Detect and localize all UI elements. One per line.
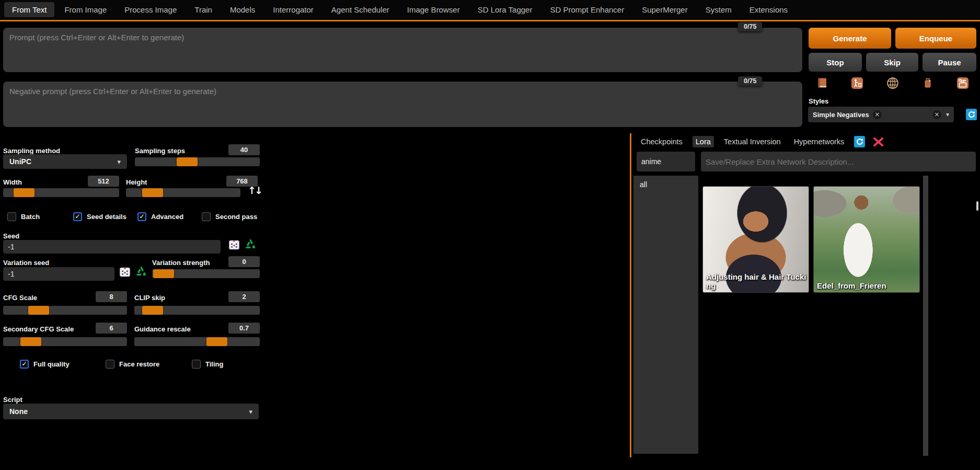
prompt-tools-row <box>815 76 970 90</box>
styles-refresh-button[interactable] <box>966 109 977 120</box>
generate-button[interactable]: Generate <box>809 28 891 49</box>
sampling-steps-slider[interactable] <box>135 157 260 166</box>
left-luggage-button[interactable] <box>956 76 970 90</box>
litter-bin-button[interactable] <box>850 76 864 90</box>
secondary-cfg-value[interactable]: 6 <box>96 323 127 334</box>
checkbox-box <box>192 360 201 369</box>
luggage-button[interactable] <box>921 76 935 90</box>
tab-supermerger[interactable]: SuperMerger <box>634 2 696 17</box>
left-luggage-icon <box>956 76 970 90</box>
networks-close-icon[interactable] <box>871 136 886 147</box>
guidance-rescale-value[interactable]: 0.7 <box>228 323 260 334</box>
width-slider[interactable] <box>3 188 119 197</box>
networks-search-input[interactable] <box>637 152 695 171</box>
prompt-input[interactable] <box>3 28 802 72</box>
variation-strength-slider[interactable] <box>152 269 260 278</box>
notebook-button[interactable] <box>815 76 829 90</box>
tab-train[interactable]: Train <box>187 2 220 17</box>
checkbox-label: Seed details <box>87 213 126 221</box>
tab-from-image[interactable]: From Image <box>56 2 114 17</box>
tab-agent-scheduler[interactable]: Agent Scheduler <box>324 2 397 17</box>
dice-icon <box>119 266 131 278</box>
slider-handle[interactable] <box>14 188 34 197</box>
height-slider[interactable] <box>126 188 240 197</box>
network-description-input[interactable] <box>701 152 976 171</box>
tab-sd-prompt-enhancer[interactable]: SD Prompt Enhancer <box>542 2 632 17</box>
secondary-cfg-slider[interactable] <box>3 337 127 346</box>
cfg-scale-value[interactable]: 8 <box>96 291 127 302</box>
reuse-variation-seed-button[interactable] <box>135 266 147 278</box>
slider-handle[interactable] <box>153 269 174 278</box>
prompt-token-counter: 0/75 <box>738 22 762 31</box>
tiling-checkbox[interactable]: Tiling <box>192 359 223 369</box>
checkbox-box <box>106 360 114 369</box>
seed-input[interactable] <box>3 240 221 254</box>
tab-image-browser[interactable]: Image Browser <box>399 2 468 17</box>
cards-scrollbar-track[interactable] <box>923 176 928 456</box>
networks-tab-textual-inversion[interactable]: Textual Inversion <box>721 136 784 147</box>
slider-handle[interactable] <box>206 337 227 346</box>
globe-button[interactable] <box>886 76 900 90</box>
litter-bin-icon <box>850 76 864 90</box>
width-value[interactable]: 512 <box>88 176 119 187</box>
advanced-checkbox[interactable]: Advanced <box>137 211 183 222</box>
slider-handle[interactable] <box>20 337 41 346</box>
reuse-seed-button[interactable] <box>244 238 257 251</box>
sampling-steps-label: Sampling steps <box>135 147 185 155</box>
variation-strength-value[interactable]: 0 <box>228 256 260 267</box>
slider-handle[interactable] <box>28 306 49 315</box>
remove-tag-icon[interactable] <box>873 110 882 119</box>
checkbox-box <box>137 212 146 221</box>
slider-handle[interactable] <box>142 188 163 197</box>
full-quality-checkbox[interactable]: Full quality <box>20 359 70 369</box>
stop-button[interactable]: Stop <box>809 53 862 72</box>
networks-tabbar: Checkpoints Lora Textual Inversion Hyper… <box>638 136 885 147</box>
slider-handle[interactable] <box>177 157 198 166</box>
second-pass-checkbox[interactable]: Second pass <box>202 211 257 222</box>
variation-seed-input[interactable] <box>3 267 114 281</box>
tab-from-text[interactable]: From Text <box>4 2 54 17</box>
face-restore-checkbox[interactable]: Face restore <box>106 359 159 369</box>
sampling-method-value: UniPC <box>9 157 31 166</box>
pause-button[interactable]: Pause <box>923 53 976 72</box>
networks-tab-lora[interactable]: Lora <box>693 136 714 147</box>
scrollbar-thumb[interactable] <box>976 201 978 211</box>
slider-handle[interactable] <box>142 306 163 315</box>
random-seed-button[interactable] <box>228 238 240 251</box>
tab-interrogator[interactable]: Interrogator <box>265 2 321 17</box>
cfg-scale-slider[interactable] <box>3 306 127 315</box>
networks-folder-sidebar[interactable]: all <box>633 176 698 454</box>
clip-skip-slider[interactable] <box>134 306 260 315</box>
tab-system[interactable]: System <box>698 2 740 17</box>
tab-extensions[interactable]: Extensions <box>742 2 795 17</box>
guidance-rescale-slider[interactable] <box>134 337 260 346</box>
lora-card[interactable]: Adjusting hair & Hair Tucking <box>702 186 809 293</box>
checkbox-box <box>7 212 16 221</box>
networks-tab-checkpoints[interactable]: Checkpoints <box>638 136 686 147</box>
styles-multiselect[interactable]: Simple Negatives <box>808 107 954 122</box>
clip-skip-value[interactable]: 2 <box>228 291 260 302</box>
tab-process-image[interactable]: Process Image <box>117 2 185 17</box>
chevron-down-icon[interactable] <box>946 111 949 118</box>
sampling-steps-value[interactable]: 40 <box>228 144 260 155</box>
script-select[interactable]: None <box>3 404 259 419</box>
lora-card[interactable]: Edel_from_Frieren <box>813 186 920 293</box>
checkbox-box <box>73 212 82 221</box>
networks-tab-hypernetworks[interactable]: Hypernetworks <box>791 136 848 147</box>
random-variation-seed-button[interactable] <box>119 266 131 278</box>
secondary-cfg-label: Secondary CFG Scale <box>3 325 74 333</box>
tab-models[interactable]: Models <box>222 2 263 17</box>
clear-all-icon[interactable] <box>932 110 941 119</box>
seed-details-checkbox[interactable]: Seed details <box>73 211 126 222</box>
negative-prompt-input[interactable] <box>3 82 802 127</box>
enqueue-button[interactable]: Enqueue <box>895 28 976 49</box>
networks-refresh-button[interactable] <box>854 136 865 147</box>
skip-button[interactable]: Skip <box>866 53 918 72</box>
accent-divider <box>0 20 980 21</box>
folder-item-all[interactable]: all <box>640 180 647 189</box>
tab-sd-lora-tagger[interactable]: SD Lora Tagger <box>470 2 540 17</box>
batch-checkbox[interactable]: Batch <box>7 211 40 222</box>
swap-dimensions-icon[interactable] <box>248 185 261 197</box>
sampling-method-select[interactable]: UniPC <box>3 154 127 169</box>
notebook-icon <box>815 76 829 90</box>
